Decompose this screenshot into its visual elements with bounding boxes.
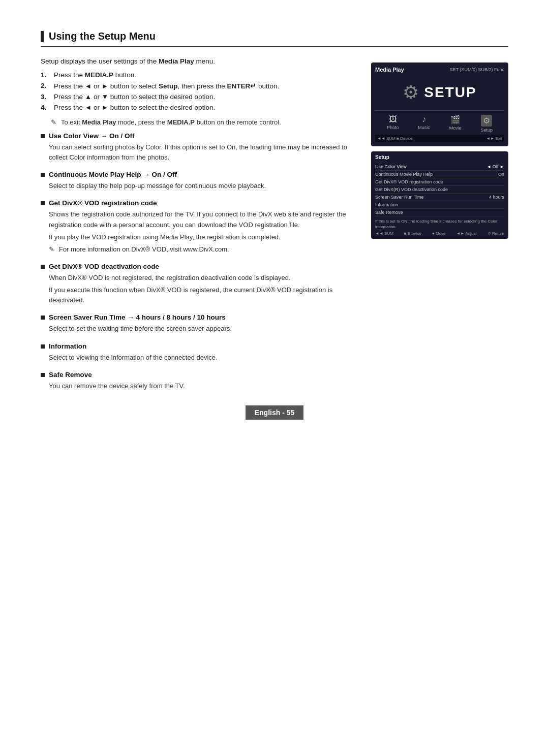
step-3: 3. Press the ▲ or ▼ button to select the… xyxy=(41,93,361,101)
section-safe-remove: Safe Remove You can remove the device sa… xyxy=(41,371,361,391)
music-icon-item: ♪ Music xyxy=(418,115,430,133)
divx-note: ✎ For more information on DivX® VOD, vis… xyxy=(49,244,361,255)
section-information: Information Select to viewing the inform… xyxy=(41,342,361,363)
menu-item-safe-remove: Safe Remove xyxy=(375,209,504,216)
setup-icon: ⚙ xyxy=(481,115,492,127)
music-icon: ♪ xyxy=(422,115,426,124)
bottombar-right: ◄► Exit xyxy=(486,136,502,141)
section-use-color-view: Use Color View → On / Off You can select… xyxy=(41,132,361,163)
gear-icon: ⚙ xyxy=(403,82,419,103)
bullet-icon xyxy=(41,201,45,205)
movie-icon: 🎬 xyxy=(450,115,461,124)
media-play-title: Media Play xyxy=(375,67,404,73)
section-divx-deactivation: Get DivX® VOD deactivation code When Div… xyxy=(41,263,361,305)
menu-item-divx-deact: Get DivX(R) VOD deactivation code xyxy=(375,186,504,194)
bullet-icon xyxy=(41,173,45,177)
photo-icon-item: 🖼 Photo xyxy=(387,115,399,133)
step-4: 4. Press the ◄ or ► button to select the… xyxy=(41,104,361,111)
steps-list: 1. Press the MEDIA.P button. 2. Press th… xyxy=(41,71,361,111)
menu-item-continuous: Continuous Movie Play Help On xyxy=(375,171,504,178)
section-screen-saver: Screen Saver Run Time → 4 hours / 8 hour… xyxy=(41,313,361,334)
section-continuous-movie: Continuous Movie Play Help → On / Off Se… xyxy=(41,171,361,191)
page-container: Using the Setup Menu Setup displays the … xyxy=(0,0,549,440)
media-play-subtitle: SET (SUM/0) SUB/2) Func xyxy=(450,67,504,72)
setup-menu-screenshot: Setup Use Color View ◄ Off ► Continuous … xyxy=(371,151,508,239)
setup-menu-note: If this is set to ON, the loading time i… xyxy=(375,218,504,230)
main-content: Setup displays the user settings of the … xyxy=(41,57,508,399)
bullet-icon xyxy=(41,316,45,320)
menu-item-divx-reg: Get DivX® VOD registration code xyxy=(375,178,504,186)
english-badge: English - 55 xyxy=(246,405,304,420)
setup-icon-item: ⚙ Setup xyxy=(481,115,493,133)
right-screenshots: Media Play SET (SUM/0) SUB/2) Func ⚙ SET… xyxy=(371,62,508,399)
note-icon: ✎ xyxy=(51,118,58,126)
left-content: Setup displays the user settings of the … xyxy=(41,57,361,399)
bottombar-left: ◄◄ SUM ■ Device xyxy=(377,136,413,141)
section-heading: Using the Setup Menu xyxy=(41,30,508,47)
heading-bar xyxy=(41,31,44,42)
bullet-icon xyxy=(41,344,45,349)
bullet-icon xyxy=(41,265,45,269)
intro-text: Setup displays the user settings of the … xyxy=(41,57,361,65)
setup-menu-bottombar: ◄◄ SUM ■ Browse ● Move ◄► Adjust ↺ Retur… xyxy=(375,230,504,236)
setup-menu-title: Setup xyxy=(375,154,504,160)
media-play-screenshot: Media Play SET (SUM/0) SUB/2) Func ⚙ SET… xyxy=(371,62,508,146)
movie-icon-item: 🎬 Movie xyxy=(449,115,462,133)
bullet-icon xyxy=(41,373,45,377)
section-divx-registration: Get DivX® VOD registration code Shows th… xyxy=(41,199,361,255)
step-2: 2. Press the ◄ or ► button to select Set… xyxy=(41,82,361,90)
page-footer: English - 55 xyxy=(0,405,549,420)
bullet-icon xyxy=(41,134,45,138)
exit-note: ✎ To exit Media Play mode, press the MED… xyxy=(51,118,361,126)
menu-item-information: Information xyxy=(375,201,504,209)
note-icon: ✎ xyxy=(49,244,56,255)
menu-item-color-view: Use Color View ◄ Off ► xyxy=(375,163,504,171)
step-1: 1. Press the MEDIA.P button. xyxy=(41,71,361,79)
setup-label: SETUP xyxy=(424,84,476,101)
page-title: Using the Setup Menu xyxy=(49,30,156,42)
photo-icon: 🖼 xyxy=(389,115,397,124)
menu-item-screen-saver: Screen Saver Run Time 4 hours xyxy=(375,194,504,201)
